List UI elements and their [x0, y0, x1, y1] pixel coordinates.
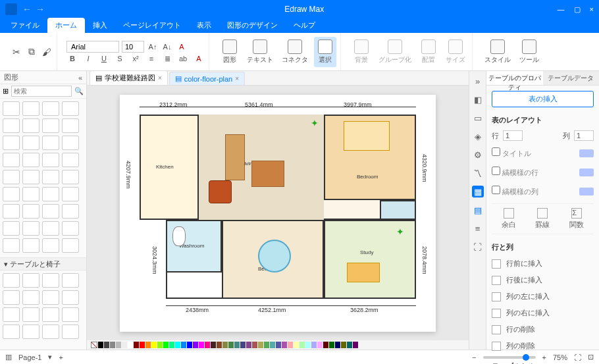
shape-thumb[interactable] [42, 153, 59, 167]
canvas[interactable]: 2312.2mm 5361.4mm 3997.9mm Kitchen Livin… [87, 86, 469, 340]
group-tool[interactable]: グループ化 [376, 37, 414, 67]
color-swatch[interactable] [175, 342, 180, 348]
fullscreen-icon[interactable]: ⛶ [472, 241, 484, 253]
color-swatch[interactable] [353, 342, 358, 348]
insert-table-button[interactable]: 表の挿入 [492, 91, 594, 107]
decrease-font-icon[interactable]: A↓ [161, 43, 173, 51]
forward-icon[interactable]: → [36, 4, 45, 14]
page-label[interactable]: Page-1 [18, 353, 41, 361]
close-tab-icon[interactable]: × [158, 74, 162, 82]
color-swatch[interactable] [234, 342, 240, 348]
font-color-icon[interactable]: A [176, 43, 188, 51]
color-swatch[interactable] [329, 342, 334, 348]
shape-thumb[interactable] [42, 170, 59, 184]
furniture-thumb[interactable] [62, 273, 79, 288]
furniture-thumb[interactable] [42, 325, 59, 339]
shape-thumb[interactable] [22, 204, 39, 219]
shape-thumb[interactable] [22, 187, 39, 201]
tab-data[interactable]: テーブルデータ [543, 71, 600, 85]
fit-page-icon[interactable]: ⛶ [574, 353, 581, 361]
search-input[interactable] [11, 86, 72, 97]
chart-icon[interactable]: 〽 [472, 167, 484, 179]
shape-thumb[interactable] [62, 221, 79, 236]
color-swatch[interactable] [240, 342, 246, 348]
tools-tool[interactable]: ツール [517, 37, 542, 67]
color-swatch[interactable] [258, 342, 263, 348]
color-swatch[interactable] [157, 342, 163, 348]
image-icon[interactable]: ▭ [472, 112, 484, 124]
color-swatch[interactable] [205, 342, 210, 348]
rowcol-op[interactable]: 行前に挿入 [492, 257, 594, 270]
furniture-thumb[interactable] [22, 307, 39, 322]
shape-thumb[interactable] [42, 204, 59, 219]
bullets-icon[interactable]: ≡ [145, 55, 157, 63]
color-swatch[interactable] [145, 342, 151, 348]
color-swatch[interactable] [98, 342, 103, 348]
shape-thumb[interactable] [3, 221, 20, 236]
shape-thumb[interactable] [3, 136, 20, 150]
collapse-icon[interactable]: « [78, 74, 82, 82]
shape-thumb[interactable] [22, 153, 39, 167]
color-swatch[interactable] [116, 342, 121, 348]
restore-button[interactable]: ▢ [574, 5, 581, 14]
color-swatch[interactable] [341, 342, 346, 348]
color-swatch[interactable] [347, 342, 352, 348]
striped-cols-check[interactable] [492, 186, 500, 194]
title-check[interactable] [492, 147, 500, 156]
bold-button[interactable]: B [66, 55, 78, 63]
close-tab-icon[interactable]: × [235, 75, 239, 82]
theme-icon[interactable]: ◧ [472, 93, 484, 105]
size-tool[interactable]: サイズ [443, 37, 468, 67]
numbering-icon[interactable]: ≣ [161, 55, 173, 63]
shape-thumb[interactable] [62, 238, 79, 253]
layers-icon[interactable]: ◈ [472, 130, 484, 142]
furniture-thumb[interactable] [62, 290, 79, 305]
color-swatch[interactable] [228, 342, 234, 348]
shape-tool[interactable]: 図形 [219, 37, 241, 67]
menu-home[interactable]: ホーム [47, 18, 85, 33]
rowcol-op[interactable]: 列の左に挿入 [492, 290, 594, 303]
color-swatch[interactable] [169, 342, 174, 348]
zoom-out-icon[interactable]: − [472, 353, 476, 361]
shape-thumb[interactable] [42, 136, 59, 150]
settings-icon[interactable]: ⚙ [472, 149, 484, 161]
shape-thumb[interactable] [22, 118, 39, 133]
italic-button[interactable]: I [82, 55, 94, 63]
chevron-down-icon[interactable]: ▾ [4, 260, 8, 269]
tab-properties[interactable]: テーブルのプロパティ [486, 71, 543, 85]
highlight-icon[interactable]: ab [177, 55, 189, 63]
rowcol-op[interactable]: 行の削除 [492, 323, 594, 336]
color-swatch[interactable] [305, 342, 311, 348]
shape-thumb[interactable] [3, 118, 20, 133]
shape-thumb[interactable] [62, 136, 79, 150]
back-icon[interactable]: ← [22, 4, 32, 14]
font-select[interactable]: Arial [66, 41, 119, 53]
minimize-button[interactable]: — [558, 5, 565, 14]
menu-help[interactable]: ヘルプ [286, 18, 323, 33]
color-swatch[interactable] [252, 342, 257, 348]
color-swatch[interactable] [217, 342, 222, 348]
color-swatch[interactable] [246, 342, 251, 348]
library-icon[interactable]: ⊞ [3, 87, 9, 95]
furniture-thumb[interactable] [3, 325, 20, 339]
page-icon[interactable]: ▤ [472, 204, 484, 216]
furniture-thumb[interactable] [42, 307, 59, 322]
search-icon[interactable]: 🔍 [74, 87, 84, 95]
section-furniture[interactable]: テーブルと椅子 [10, 259, 61, 269]
color-swatch[interactable] [211, 342, 216, 348]
fullscreen-icon[interactable]: ⊡ [588, 353, 594, 361]
shape-thumb[interactable] [62, 101, 79, 116]
shape-thumb[interactable] [62, 118, 79, 133]
color-swatch[interactable] [270, 342, 275, 348]
shape-thumb[interactable] [22, 170, 39, 184]
shape-thumb[interactable] [3, 153, 20, 167]
font-size-select[interactable]: 10 [122, 41, 144, 53]
furniture-thumb[interactable] [62, 325, 79, 339]
striped-rows-check[interactable] [492, 167, 500, 175]
select-tool[interactable]: 選択 [314, 37, 336, 67]
title-color-swatch[interactable] [579, 149, 594, 157]
color-swatch[interactable] [187, 342, 192, 348]
furniture-thumb[interactable] [42, 290, 59, 305]
increase-font-icon[interactable]: A↑ [147, 43, 159, 51]
page-dropdown-icon[interactable]: ▾ [48, 353, 52, 361]
